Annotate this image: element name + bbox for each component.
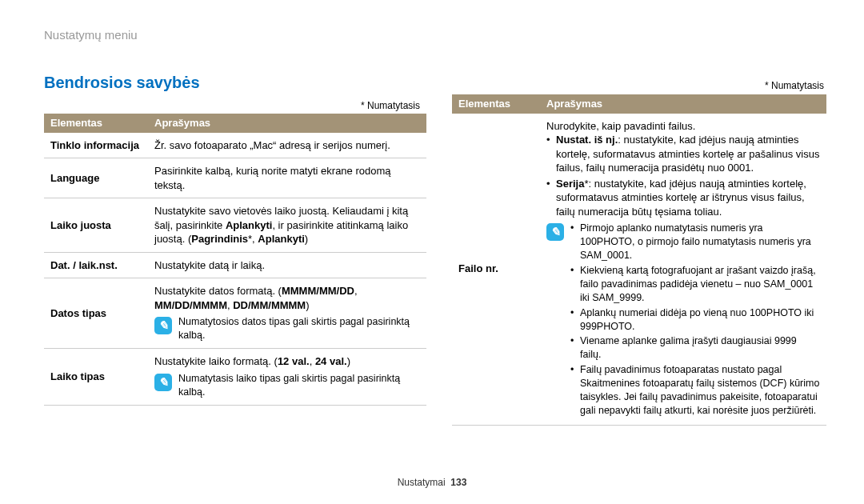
note-box: ✎ Numatytasis laiko tipas gali skirtis p… xyxy=(154,372,420,399)
row-description: Nustatykite laiko formatą. (12 val., 24 … xyxy=(148,349,426,405)
row-element: Tinklo informacija xyxy=(44,133,148,158)
intro-text: Nurodykite, kaip pavadinti failus. xyxy=(546,119,820,134)
row-description: Pasirinkite kalbą, kurią norite matyti e… xyxy=(148,158,426,198)
note-text: Numatytasis laiko tipas gali skirtis pag… xyxy=(178,372,420,399)
page-footer: Nustatymai 133 xyxy=(0,477,864,488)
row-element: Dat. / laik.nst. xyxy=(44,252,148,278)
row-element: Laiko tipas xyxy=(44,349,148,405)
breadcrumb-title: Nustatymų meniu xyxy=(44,28,138,42)
note-box: ✎ Numatytosios datos tipas gali skirtis … xyxy=(154,315,420,342)
note-icon: ✎ xyxy=(546,223,564,241)
default-note-left: * Numatytasis xyxy=(361,100,420,111)
table-row: Dat. / laik.nst. Nustatykite datą ir lai… xyxy=(44,252,426,278)
row-element: Language xyxy=(44,158,148,198)
row-description: Žr. savo fotoaparato „Mac“ adresą ir ser… xyxy=(148,133,426,158)
row-element: Datos tipas xyxy=(44,278,148,349)
header-element: Elementas xyxy=(452,94,540,114)
table-row: Failo nr. Nurodykite, kaip pavadinti fai… xyxy=(452,114,826,426)
table-header-row: Elementas Aprašymas xyxy=(44,114,426,133)
main-bullets: Nustat. iš nj.: nustatykite, kad įdėjus … xyxy=(546,133,820,218)
note-text: Numatytosios datos tipas gali skirtis pa… xyxy=(178,315,420,342)
table-row: Laiko juosta Nustatykite savo vietovės l… xyxy=(44,198,426,253)
row-description: Nustatykite datą ir laiką. xyxy=(148,252,426,278)
row-description: Nustatykite savo vietovės laiko juostą. … xyxy=(148,198,426,253)
header-element: Elementas xyxy=(44,114,148,133)
section-heading: Bendrosios savybės xyxy=(44,74,200,92)
footer-label: Nustatymai xyxy=(398,477,446,488)
table-row: Language Pasirinkite kalbą, kurią norite… xyxy=(44,158,426,198)
note-icon: ✎ xyxy=(154,317,172,334)
header-description: Aprašymas xyxy=(540,94,826,114)
header-description: Aprašymas xyxy=(148,114,426,133)
table-row: Laiko tipas Nustatykite laiko formatą. (… xyxy=(44,349,426,405)
table-row: Datos tipas Nustatykite datos formatą. (… xyxy=(44,278,426,349)
note-text: Pirmojo aplanko numatytasis numeris yra … xyxy=(570,222,820,418)
note-box: ✎ Pirmojo aplanko numatytasis numeris yr… xyxy=(546,222,820,418)
note-icon: ✎ xyxy=(154,374,172,391)
row-description: Nurodykite, kaip pavadinti failus. Nusta… xyxy=(540,114,826,426)
table-header-row: Elementas Aprašymas xyxy=(452,94,826,114)
note-bullets: Pirmojo aplanko numatytasis numeris yra … xyxy=(570,222,820,417)
row-description: Nustatykite datos formatą. (MMMM/MM/DD, … xyxy=(148,278,426,349)
row-element: Failo nr. xyxy=(452,114,540,426)
table-row: Tinklo informacija Žr. savo fotoaparato … xyxy=(44,133,426,158)
default-note-right: * Numatytasis xyxy=(765,80,824,91)
page-number: 133 xyxy=(450,477,466,488)
row-element: Laiko juosta xyxy=(44,198,148,253)
left-table: Elementas Aprašymas Tinklo informacija Ž… xyxy=(44,114,426,406)
right-table: Elementas Aprašymas Failo nr. Nurodykite… xyxy=(452,94,826,426)
